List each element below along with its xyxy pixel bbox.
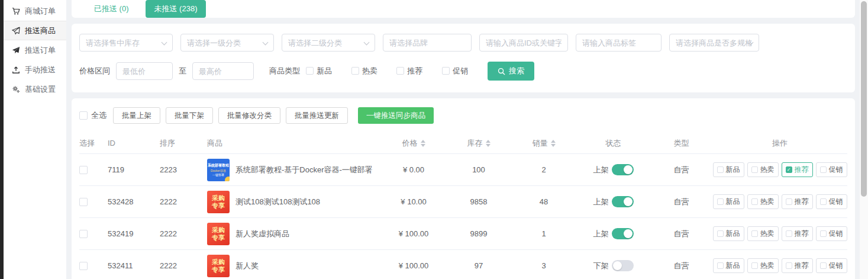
tag-chip[interactable]: ✓ 热卖 [747, 162, 779, 177]
row-select-cell [79, 198, 108, 206]
check-icon: ✓ [787, 168, 791, 172]
tag-chip[interactable]: ✓ 推荐 [782, 162, 813, 177]
table-row: 7119 2223 系统部署教程 Docker容器 一键部署 系统部署教程-基于… [79, 154, 847, 186]
row-checkbox[interactable] [79, 198, 88, 206]
thumb-text: 专享 [212, 202, 225, 210]
thumb-text: 专享 [212, 266, 225, 274]
filter-input[interactable] [383, 34, 472, 52]
min-price-input[interactable] [116, 62, 173, 80]
tag-chip-label: 推荐 [795, 197, 809, 207]
batch-action-button[interactable]: 批量下架 [166, 107, 213, 124]
product-title: 测试108测试108测试108 [235, 197, 320, 207]
batch-action-button[interactable]: 批量修改分类 [218, 107, 280, 124]
search-button[interactable]: 搜索 [488, 62, 534, 81]
tab-pushed[interactable]: 已推送 (0) [94, 4, 129, 14]
vertical-scrollbar[interactable] [860, 0, 868, 279]
type-checkbox[interactable]: 促销 [442, 66, 468, 76]
tag-chip[interactable]: ✓ 新品 [713, 194, 744, 209]
tag-chip[interactable]: ✓ 促销 [816, 226, 847, 241]
product-thumbnail: 采购 专享 [207, 255, 230, 277]
row-id: 532419 [108, 229, 160, 238]
sort-carets-icon[interactable] [421, 140, 425, 147]
status-toggle[interactable] [612, 164, 634, 175]
row-checkbox[interactable] [79, 230, 88, 238]
filter-input[interactable] [479, 34, 568, 52]
product-cell: 采购 专享 测试108测试108测试108 [207, 191, 381, 213]
tag-chip[interactable]: ✓ 新品 [713, 258, 744, 273]
sidebar-item-basic-settings[interactable]: 基础设置 [4, 79, 66, 99]
filter-control[interactable] [282, 34, 375, 52]
select-all-checkbox[interactable]: 全选 [79, 110, 107, 121]
tag-chip[interactable]: ✓ 推荐 [782, 226, 813, 241]
filter-input[interactable] [79, 34, 173, 52]
sort-carets-icon[interactable] [486, 140, 491, 147]
type-checkbox[interactable]: 推荐 [396, 66, 422, 76]
filter-control[interactable] [383, 34, 472, 52]
filter-input[interactable] [180, 34, 274, 52]
sidebar-item-manual-push[interactable]: 手动推送 [4, 60, 66, 79]
tag-chip-label: 推荐 [795, 261, 809, 271]
status-toggle[interactable] [612, 228, 634, 239]
batch-action-button[interactable]: 批量上架 [113, 107, 160, 124]
filter-control[interactable] [669, 34, 759, 52]
row-price: ¥ 100.00 [381, 261, 446, 270]
tag-chip[interactable]: ✓ 热卖 [747, 194, 779, 209]
tag-chip[interactable]: ✓ 热卖 [747, 258, 779, 273]
batch-action-button[interactable]: 批量推送更新 [286, 107, 348, 124]
filter-control[interactable] [79, 34, 173, 52]
table-header-label: ID [108, 139, 115, 147]
filter-input[interactable] [282, 34, 375, 52]
table-body: 7119 2223 系统部署教程 Docker容器 一键部署 系统部署教程-基于… [79, 154, 847, 279]
table-header-row: 选择 ID 排序 商品 [79, 133, 847, 154]
row-status-cell: 下架 [576, 260, 650, 271]
row-checkbox[interactable] [79, 166, 88, 174]
tag-chip[interactable]: ✓ 新品 [713, 226, 744, 241]
type-checkbox[interactable]: 热卖 [351, 66, 377, 76]
sort-asc-icon [486, 140, 491, 143]
sort-desc-icon [486, 144, 491, 147]
row-id: 7119 [108, 165, 160, 174]
row-id: 532411 [108, 261, 160, 270]
status-toggle[interactable] [612, 196, 634, 207]
checkbox-icon [79, 111, 88, 120]
checkbox-icon: ✓ [786, 198, 792, 205]
table-header-cell: 销量 [511, 138, 576, 149]
sidebar-item-push-orders[interactable]: 推送订单 [4, 40, 66, 60]
tab-unpushed[interactable]: 未推送 (238) [146, 0, 206, 18]
table-header-label: 排序 [160, 138, 175, 149]
tag-chip[interactable]: ✓ 推荐 [782, 258, 813, 273]
checkbox-icon: ✓ [786, 230, 792, 237]
tag-chip[interactable]: ✓ 促销 [816, 162, 847, 177]
price-range-label: 价格区间 [79, 66, 110, 76]
row-sort: 2223 [160, 165, 207, 174]
select-all-label: 全选 [91, 110, 107, 121]
scrollbar-thumb[interactable] [861, 1, 867, 197]
sidebar-item-push-products[interactable]: 推送商品 [4, 21, 66, 40]
row-price: ¥ 10.00 [381, 197, 446, 206]
filter-input[interactable] [669, 34, 759, 52]
status-toggle[interactable] [612, 260, 634, 271]
tag-chip[interactable]: ✓ 热卖 [747, 226, 779, 241]
row-checkbox[interactable] [79, 262, 88, 270]
row-operations-cell: ✓ 新品 ✓ 热卖 ✓ [712, 194, 847, 209]
tag-chip[interactable]: ✓ 推荐 [782, 194, 813, 209]
sort-asc-icon [551, 140, 556, 143]
price-to-label: 至 [179, 66, 186, 76]
product-thumbnail: 采购 专享 [207, 223, 230, 245]
tag-chip[interactable]: ✓ 促销 [816, 258, 847, 273]
sidebar-item-mall-orders[interactable]: 商城订单 [4, 1, 66, 21]
max-price-input[interactable] [192, 62, 254, 80]
row-select-cell [79, 262, 108, 270]
filter-control[interactable] [576, 34, 662, 52]
filter-control[interactable] [479, 34, 568, 52]
sort-desc-icon [421, 144, 425, 147]
tag-chip-label: 新品 [726, 197, 740, 207]
sort-carets-icon[interactable] [551, 140, 556, 147]
filter-input[interactable] [576, 34, 662, 52]
sync-push-button[interactable]: 一键推送同步商品 [358, 107, 434, 124]
tag-chip[interactable]: ✓ 促销 [816, 194, 847, 209]
type-checkbox[interactable]: 新品 [306, 66, 332, 76]
type-checkbox-label: 热卖 [362, 66, 377, 76]
filter-control[interactable] [180, 34, 274, 52]
tag-chip[interactable]: ✓ 新品 [713, 162, 744, 177]
